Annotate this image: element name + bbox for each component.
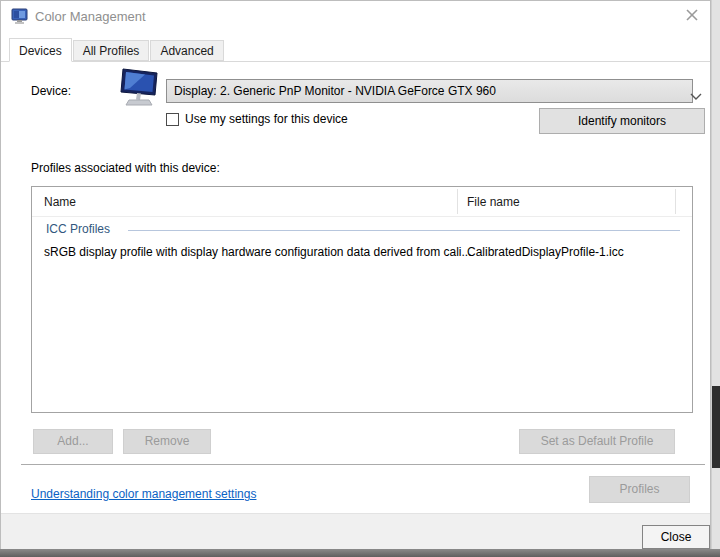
screenshot-stage: Color Management Devices All Profiles Ad…: [0, 0, 720, 557]
profiles-section-label: Profiles associated with this device:: [31, 161, 220, 175]
icc-profiles-group-line: [128, 230, 680, 231]
profiles-list[interactable]: Name File name ICC Profiles sRGB display…: [31, 186, 693, 413]
use-my-settings-checkbox[interactable]: [166, 113, 179, 126]
close-window-icon[interactable]: [685, 8, 703, 26]
column-separator[interactable]: [457, 189, 458, 214]
device-select[interactable]: Display: 2. Generic PnP Monitor - NVIDIA…: [166, 79, 693, 103]
column-header-name[interactable]: Name: [44, 195, 76, 209]
use-my-settings-label: Use my settings for this device: [185, 112, 348, 126]
tab-advanced[interactable]: Advanced: [150, 40, 223, 61]
tab-devices[interactable]: Devices: [9, 38, 72, 62]
color-management-dialog: Color Management Devices All Profiles Ad…: [0, 0, 711, 549]
tab-bar: Devices All Profiles Advanced: [1, 40, 710, 62]
remove-button[interactable]: Remove: [123, 429, 211, 454]
dialog-footer: [1, 513, 710, 550]
profile-row-name[interactable]: sRGB display profile with display hardwa…: [44, 245, 472, 259]
column-separator[interactable]: [675, 189, 676, 214]
chevron-down-icon: [690, 87, 702, 95]
header-underline: [32, 216, 692, 217]
profile-row-file[interactable]: CalibratedDisplayProfile-1.icc: [467, 245, 624, 259]
profiles-button[interactable]: Profiles: [589, 476, 690, 503]
device-label: Device:: [31, 79, 71, 103]
background-right-edge: [711, 0, 720, 549]
close-button[interactable]: Close: [642, 525, 710, 549]
set-as-default-profile-button[interactable]: Set as Default Profile: [519, 429, 675, 454]
color-management-app-icon: [11, 8, 29, 25]
background-dark-block: [712, 386, 720, 468]
icc-profiles-group-header: ICC Profiles: [46, 222, 110, 236]
window-title: Color Management: [35, 1, 146, 33]
title-bar: Color Management: [1, 1, 710, 33]
column-header-file-name[interactable]: File name: [467, 195, 520, 209]
monitor-icon: [115, 67, 163, 107]
horizontal-separator: [21, 464, 705, 465]
understanding-color-management-link[interactable]: Understanding color management settings: [31, 487, 256, 501]
tab-all-profiles[interactable]: All Profiles: [73, 40, 150, 61]
identify-monitors-button[interactable]: Identify monitors: [539, 108, 705, 134]
add-button[interactable]: Add...: [33, 429, 113, 454]
background-bottom-edge: [0, 549, 720, 557]
